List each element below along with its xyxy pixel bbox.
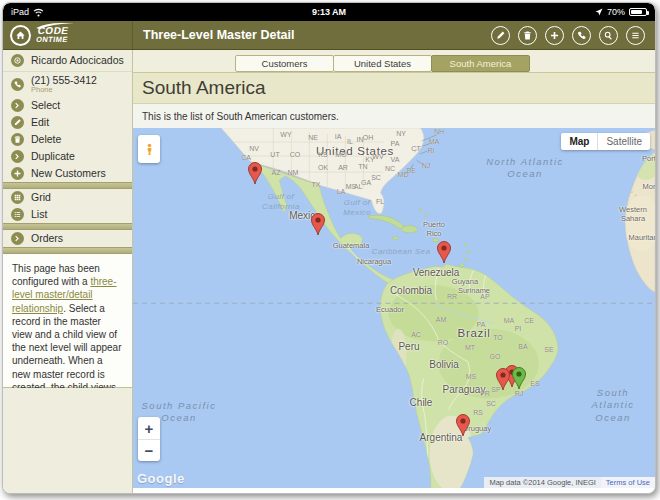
trash-icon	[11, 133, 24, 146]
sidebar-item-edit[interactable]: Edit	[3, 114, 132, 131]
code-ontime-logo: CODE ONTIME	[35, 26, 70, 44]
battery-icon	[629, 8, 647, 16]
sidebar-groups: Ricardo Adocicados(21) 555-3412PhoneSele…	[3, 50, 132, 254]
google-logo[interactable]: Google	[137, 471, 185, 486]
map-canvas[interactable]: North Atlantic OceanSouth Pacific OceanS…	[133, 128, 655, 488]
search-icon	[603, 30, 614, 41]
edit-button[interactable]	[491, 26, 510, 45]
record-icon	[11, 54, 24, 67]
grid-icon	[13, 193, 22, 202]
pegman-control[interactable]	[138, 135, 160, 163]
sidebar-item-label: Delete	[31, 134, 61, 146]
zoom-in-button[interactable]: +	[138, 417, 160, 439]
grid-icon	[11, 191, 24, 204]
trash-icon	[13, 135, 22, 144]
sidebar-item-select[interactable]: Select	[3, 97, 132, 114]
header-actions	[491, 26, 645, 45]
logo-area: CODE ONTIME	[3, 21, 133, 49]
pencil-icon	[11, 116, 24, 129]
page-heading: South America	[133, 72, 655, 104]
sidebar-separator	[3, 223, 132, 230]
sidebar-item-ricardo-adocicados[interactable]: Ricardo Adocicados	[3, 50, 132, 72]
record-icon	[13, 56, 22, 65]
note-paragraph-1: This page has been configured with a thr…	[12, 262, 123, 407]
delete-button[interactable]	[518, 26, 537, 45]
sidebar-item-label: Select	[31, 100, 60, 112]
main-panel: CustomersUnited StatesSouth America Sout…	[133, 50, 655, 493]
attribution-text: Map data ©2014 Google, INEGI	[484, 477, 600, 489]
sidebar-item-sublabel: Phone	[31, 86, 97, 94]
map-marker-red-2[interactable]	[310, 212, 326, 236]
chevron-right-icon	[11, 99, 24, 112]
sidebar-footer	[3, 388, 132, 493]
map-marker-red-3[interactable]	[436, 240, 452, 264]
terms-of-use-link[interactable]: Terms of Use	[601, 477, 655, 489]
logo-line2: ONTIME	[35, 36, 68, 44]
map-type-map-button[interactable]: Map	[561, 133, 597, 150]
status-time: 9:13 AM	[3, 7, 655, 17]
sidebar-note: This page has been configured with a thr…	[3, 254, 132, 388]
sidebar-item-21-555-3412[interactable]: (21) 555-3412Phone	[3, 72, 132, 97]
tab-bar: CustomersUnited StatesSouth America	[133, 50, 655, 72]
sidebar: Ricardo Adocicados(21) 555-3412PhoneSele…	[3, 50, 133, 493]
app-header: CODE ONTIME Three-Level Master Detail	[3, 21, 655, 50]
logo-swoosh	[35, 21, 76, 29]
tab-customers[interactable]: Customers	[235, 55, 334, 72]
map-landmasses	[133, 128, 655, 488]
tab-united-states[interactable]: United States	[333, 55, 432, 72]
plus-icon	[11, 167, 24, 180]
chevron-right-icon	[13, 152, 22, 161]
sidebar-item-list[interactable]: List	[3, 206, 132, 223]
plus-icon	[549, 30, 560, 41]
ipad-frame: iPad 9:13 AM 70%	[2, 2, 656, 494]
chevron-right-icon	[11, 150, 24, 163]
plus-icon	[13, 169, 22, 178]
pencil-icon	[13, 118, 22, 127]
chevron-right-icon	[13, 234, 22, 243]
sidebar-item-label: Grid	[31, 192, 51, 204]
sidebar-item-label: Orders	[31, 233, 63, 245]
home-button[interactable]	[10, 25, 31, 46]
sidebar-item-label: New Customers	[31, 168, 106, 180]
list-icon	[11, 208, 24, 221]
sidebar-item-label: Ricardo Adocicados	[31, 55, 124, 67]
sidebar-item-label: Edit	[31, 117, 49, 129]
map-marker-red-7[interactable]	[495, 367, 511, 391]
phone-icon	[13, 80, 22, 89]
tab-south-america[interactable]: South America	[431, 55, 530, 72]
call-button[interactable]	[572, 26, 591, 45]
map-type-control: Map Satellite	[561, 133, 650, 150]
sidebar-separator	[3, 247, 132, 254]
menu-icon	[630, 30, 641, 41]
chevron-right-icon	[13, 101, 22, 110]
sidebar-item-orders[interactable]: Orders	[3, 230, 132, 247]
home-icon	[15, 30, 26, 41]
chevron-right-icon	[11, 232, 24, 245]
map-attribution: Map data ©2014 Google, INEGI Terms of Us…	[484, 477, 655, 489]
page-description: This is the list of South American custo…	[133, 104, 655, 128]
bottom-strip	[133, 488, 655, 493]
pegman-icon	[143, 141, 156, 158]
sidebar-item-delete[interactable]: Delete	[3, 131, 132, 148]
map-type-satellite-button[interactable]: Satellite	[597, 133, 650, 150]
trash-icon	[522, 30, 533, 41]
sidebar-item-new-customers[interactable]: New Customers	[3, 165, 132, 182]
search-button[interactable]	[599, 26, 618, 45]
pencil-icon	[495, 30, 506, 41]
sidebar-separator	[3, 182, 132, 189]
menu-button[interactable]	[626, 26, 645, 45]
zoom-out-button[interactable]: −	[138, 439, 160, 461]
zoom-control: + −	[138, 417, 160, 461]
add-button[interactable]	[545, 26, 564, 45]
sidebar-item-grid[interactable]: Grid	[3, 189, 132, 206]
map-marker-red-4[interactable]	[455, 413, 471, 437]
status-bar: iPad 9:13 AM 70%	[3, 3, 655, 21]
map-marker-red-1[interactable]	[247, 161, 263, 185]
phone-icon	[11, 78, 24, 91]
page-title-bar: Three-Level Master Detail	[133, 28, 491, 42]
map-marker-green-6[interactable]	[511, 366, 527, 390]
sidebar-item-duplicate[interactable]: Duplicate	[3, 148, 132, 165]
sidebar-item-label: Duplicate	[31, 151, 75, 163]
sidebar-item-label: List	[31, 209, 47, 221]
phone-icon	[576, 30, 587, 41]
